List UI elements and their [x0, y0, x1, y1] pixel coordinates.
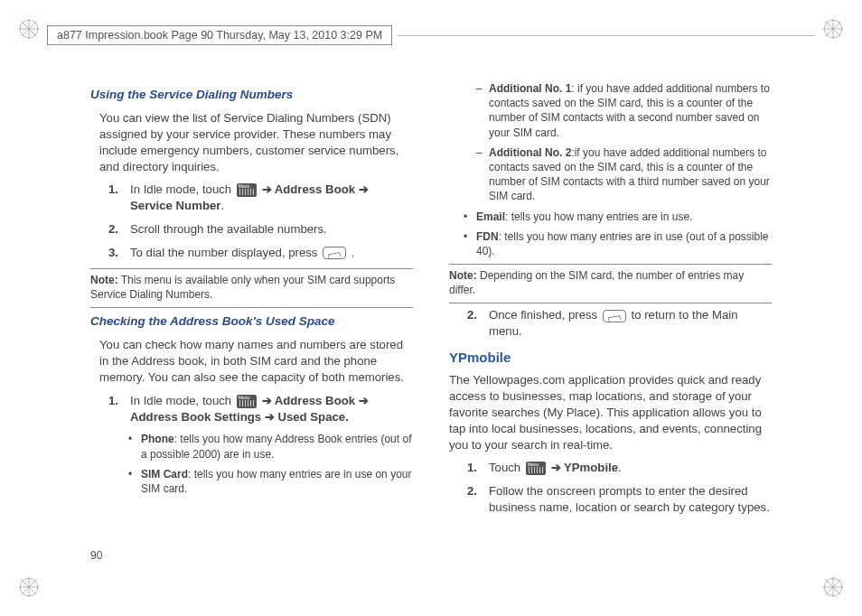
divider [90, 307, 413, 308]
heading-sdn: Using the Service Dialing Numbers [90, 87, 413, 103]
left-column: Using the Service Dialing Numbers You ca… [90, 81, 413, 553]
para-ypmobile: The Yellowpages.com application provides… [449, 372, 772, 453]
ornament-bottom-right [820, 574, 846, 600]
step-num: 1. [108, 182, 130, 214]
step-yp1: 1. Touch ➔ YPmobile. [467, 460, 772, 476]
step-num: 2. [467, 483, 489, 516]
menu-icon [526, 462, 546, 475]
step-text: In Idle mode, touch ➔ Address Book ➔ Ser… [130, 182, 413, 214]
divider [90, 268, 413, 269]
step-num: 2. [108, 221, 130, 238]
ornament-top-left [16, 16, 42, 42]
divider [449, 303, 772, 303]
note-sdn: Note: This menu is available only when y… [90, 273, 413, 302]
page-body: Using the Service Dialing Numbers You ca… [90, 81, 772, 553]
menu-icon [237, 395, 257, 408]
para-sdn: You can view the list of Service Dialing… [99, 110, 413, 174]
step-text: In Idle mode, touch ➔ Address Book ➔ Add… [130, 393, 413, 425]
step-num: 1. [467, 460, 489, 476]
bullet-sim: • SIM Card: tells you how many entries a… [128, 467, 413, 496]
page-header: a877 Impression.book Page 90 Thursday, M… [47, 25, 815, 45]
header-text: a877 Impression.book Page 90 Thursday, M… [47, 25, 392, 45]
step-1b: 1. In Idle mode, touch ➔ Address Book ➔ … [108, 393, 413, 425]
ornament-bottom-left [16, 574, 42, 600]
step-2: 2. Scroll through the available numbers. [108, 221, 413, 238]
right-column: – Additional No. 1: if you have added ad… [449, 81, 772, 553]
bullet-email: • Email: tells you how many entries are … [464, 210, 772, 224]
step-1: 1. In Idle mode, touch ➔ Address Book ➔ … [108, 182, 413, 214]
sub-bullet-add1: – Additional No. 1: if you have added ad… [476, 81, 772, 140]
bullet-fdn: • FDN: tells you how many entries are in… [464, 229, 772, 258]
step-num: 3. [108, 245, 130, 261]
note-sim: Note: Depending on the SIM card, the num… [449, 268, 772, 297]
step-text: Touch ➔ YPmobile. [489, 460, 772, 476]
step-num: 1. [108, 393, 130, 425]
step-text: To dial the number displayed, press . [130, 245, 413, 261]
step-text: Once finished, press to return to the Ma… [489, 307, 772, 340]
para-used-space: You can check how many names and numbers… [99, 337, 413, 385]
divider [449, 264, 772, 265]
end-key-icon [603, 310, 626, 322]
step-yp2: 2. Follow the onscreen prompts to enter … [467, 483, 772, 516]
sub-bullet-add2: – Additional No. 2:if you have added add… [476, 145, 772, 204]
menu-icon [237, 183, 257, 197]
step-num: 2. [467, 307, 489, 340]
step-2b: 2. Once finished, press to return to the… [467, 307, 772, 340]
page-number: 90 [90, 549, 102, 562]
step-text: Follow the onscreen prompts to enter the… [489, 483, 772, 516]
step-text: Scroll through the available numbers. [130, 221, 413, 238]
end-key-icon [323, 247, 346, 259]
bullet-phone: • Phone: tells you how many Address Book… [128, 432, 413, 461]
header-rule [398, 35, 815, 36]
ornament-top-right [820, 16, 846, 42]
heading-ypmobile: YPmobile [449, 349, 772, 367]
heading-used-space: Checking the Address Book's Used Space [90, 313, 413, 330]
step-3: 3. To dial the number displayed, press . [108, 245, 413, 261]
